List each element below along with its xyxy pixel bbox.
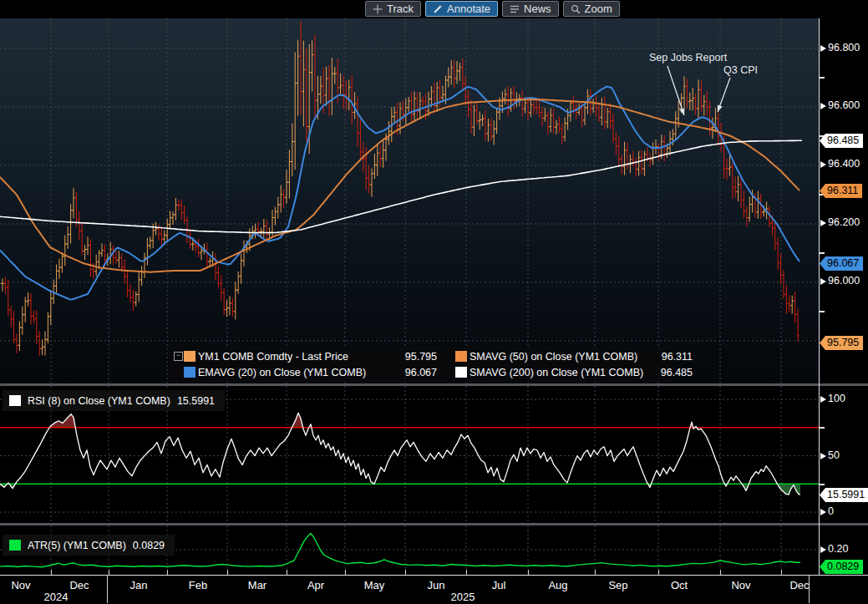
axis-minor-tick (820, 311, 825, 312)
price-bar (231, 298, 234, 317)
rsi-legend[interactable]: RSI (8) on Close (YM1 COMB) 15.5991 (3, 390, 225, 411)
price-bar (21, 307, 24, 335)
price-bar (126, 272, 129, 298)
price-bar (78, 211, 81, 241)
price-chart-panel[interactable]: Sep Jobs Report Q3 CPI (0, 18, 819, 383)
news-label: News (524, 3, 551, 15)
month-label: Mar (248, 579, 266, 591)
price-bar (449, 60, 453, 84)
price-legend: − YM1 COMB Comdty - Last Price 95.795 SM… (170, 346, 673, 383)
price-bar (626, 143, 629, 170)
month-tick (227, 570, 228, 575)
month-tick (595, 570, 596, 575)
price-bar (197, 239, 201, 257)
price-bar (89, 239, 92, 277)
price-bar (313, 35, 317, 119)
price-bar (623, 142, 627, 175)
rsi-line (0, 413, 800, 495)
price-bar (129, 284, 132, 302)
price-bar (490, 118, 493, 140)
pencil-icon (433, 4, 443, 14)
price-bar (603, 96, 607, 129)
rsi-label: RSI (8) on Close (YM1 COMB) (28, 395, 170, 407)
news-icon (510, 4, 520, 14)
smavg200-label[interactable]: SMAVG (200) on Close (YM1 COMB) (470, 367, 647, 378)
last-price-value: 95.795 (388, 351, 437, 363)
price-bar (291, 123, 294, 176)
price-bar (376, 144, 379, 176)
price-bar (756, 191, 759, 219)
price-bar (333, 67, 337, 84)
time-axis-line (0, 575, 868, 576)
annotate-button[interactable]: Annotate (425, 1, 498, 17)
price-bar (84, 245, 87, 260)
price-bar (46, 312, 49, 343)
price-bar (788, 295, 791, 312)
price-bar (546, 111, 550, 135)
year-label: 2024 (44, 591, 69, 603)
smavg50-label[interactable]: SMAVG (50) on Close (YM1 COMB) (470, 351, 647, 363)
rsi-oversold-fill (0, 413, 800, 495)
price-bar (214, 253, 217, 281)
month-tick (720, 570, 721, 575)
price-bar (532, 101, 536, 114)
month-label: Dec (789, 579, 809, 591)
annotation-sep-jobs-report[interactable]: Sep Jobs Report (649, 52, 727, 63)
atr-legend[interactable]: ATR(5) (YM1 COMB) 0.0829 (3, 535, 175, 556)
price-bar (790, 296, 794, 314)
price-bar (378, 145, 382, 167)
price-bar (419, 92, 422, 119)
price-bar (470, 100, 473, 134)
price-bar (287, 150, 291, 199)
price-chart-canvas[interactable] (0, 18, 819, 383)
price-bar (49, 290, 53, 326)
smavg200-value: 96.485 (647, 367, 693, 378)
annotation-arrow[interactable] (667, 66, 684, 115)
news-button[interactable]: News (502, 1, 559, 17)
annotation-q3-cpi[interactable]: Q3 CPI (723, 64, 758, 76)
price-bar (305, 48, 308, 141)
price-bar (739, 178, 743, 208)
price-bar (779, 253, 783, 284)
price-bar (226, 300, 229, 317)
price-bar (520, 90, 524, 116)
price-bar (32, 311, 35, 323)
axis-minor-tick (820, 77, 825, 79)
rsi-swatch (9, 395, 21, 406)
price-bar (561, 124, 564, 145)
price-bar (220, 275, 223, 301)
emavg20-swatch (184, 367, 195, 378)
price-bar (774, 221, 777, 251)
price-axis-line (819, 18, 820, 575)
month-label: Jun (428, 579, 445, 591)
price-bar (640, 150, 643, 174)
price-bar (35, 310, 38, 344)
price-bar (458, 63, 461, 81)
month-tick (345, 570, 346, 575)
last-price-label[interactable]: YM1 COMB Comdty - Last Price (198, 351, 388, 363)
crosshair-icon (373, 4, 383, 14)
legend-collapse-icon[interactable]: − (174, 352, 183, 361)
price-bar (38, 331, 41, 356)
price-bar (55, 264, 58, 293)
price-bar (297, 39, 300, 115)
month-tick (528, 570, 529, 575)
price-bar (697, 79, 700, 119)
price-bar (3, 277, 7, 293)
price-bar (94, 255, 98, 277)
zoom-button[interactable]: Zoom (563, 1, 620, 17)
price-bar (165, 219, 169, 243)
track-button[interactable]: Track (365, 1, 421, 17)
price-bar (794, 292, 797, 322)
price-bar (86, 236, 89, 255)
price-bar (506, 86, 510, 117)
month-tick (466, 570, 467, 575)
price-bar (674, 111, 678, 140)
price-bar (597, 103, 601, 122)
magnifier-icon (571, 4, 581, 14)
price-bar (725, 159, 728, 180)
emavg20-label[interactable]: EMAVG (20) on Close (YM1 COMB) (198, 367, 388, 378)
track-label: Track (387, 3, 414, 15)
emavg20-value: 96.067 (388, 367, 437, 378)
price-bar (282, 189, 286, 208)
